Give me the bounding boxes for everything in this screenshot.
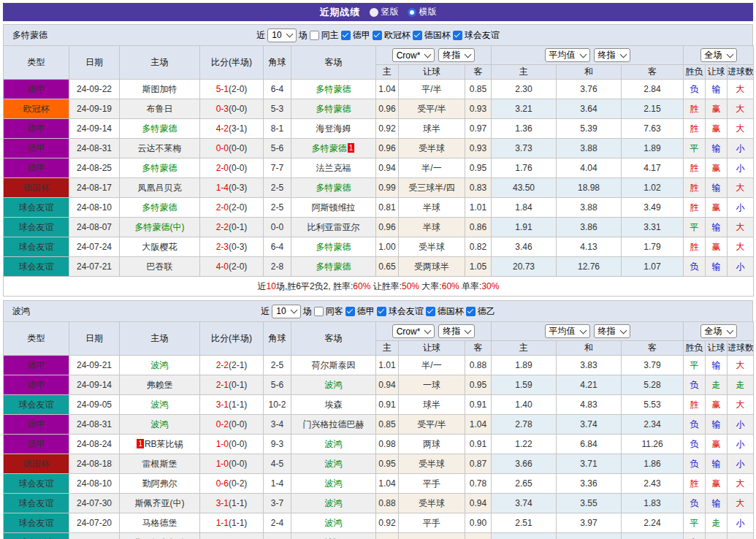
avg-away-odds: 1.86	[622, 454, 684, 474]
league-filter-label: 德乙	[478, 305, 495, 318]
average-final-select[interactable]: 终指	[594, 48, 630, 62]
league-filter-checkbox[interactable]	[341, 31, 351, 40]
match-date: 24-07-20	[69, 513, 120, 533]
same-venue-checkbox[interactable]	[310, 31, 319, 40]
result-handicap-outcome: 输	[706, 178, 728, 198]
red-card-badge: 1	[348, 143, 355, 153]
sub-header-5: 客	[622, 65, 684, 80]
match-date: 24-09-05	[69, 395, 120, 415]
fulltime-score: 5-1	[216, 84, 229, 94]
away-team-cell: 波鸿	[291, 533, 376, 539]
sub-header-4: 和	[557, 65, 622, 80]
avg-away-odds: 5.28	[622, 375, 684, 395]
radio-icon[interactable]	[370, 8, 378, 17]
col-header-0: 类型	[4, 46, 69, 80]
result-handicap-outcome: 输	[706, 80, 728, 99]
result-outcome: 胜	[684, 237, 706, 257]
handicap-line: 半球	[399, 198, 465, 218]
handicap-away-water: 0.93	[465, 139, 492, 158]
sub-header-3: 主	[492, 341, 557, 356]
result-outcome: 负	[684, 375, 706, 395]
home-team-cell: 雷根斯堡	[120, 454, 200, 474]
fulltime-score: 4-0	[216, 261, 229, 272]
sub-header-0: 主	[376, 65, 399, 80]
team-filter-bar: 多特蒙德近10场同主德甲欧冠杯德国杯球会友谊	[3, 24, 753, 45]
away-team-cell: 门兴格拉德巴赫	[291, 415, 376, 435]
league-filter-checkbox[interactable]	[466, 307, 476, 316]
avg-draw-odds: 3.36	[557, 474, 622, 494]
result-outcome: 胜	[684, 474, 706, 494]
match-row: 球会友谊24-07-20马格德堡1-1(1-1)2-4波鸿0.92平手0.902…	[4, 513, 754, 533]
league-filter-checkbox[interactable]	[345, 307, 355, 316]
match-score: 3-1(1-1)	[200, 494, 264, 513]
match-row: 欧冠杯24-09-19布鲁日0-3(0-0)5-3多特蒙德0.96受平/半0.9…	[4, 99, 754, 119]
avg-home-odds: 43.50	[492, 178, 557, 198]
handicap-away-water: 0.90	[465, 513, 492, 533]
avg-home-odds: 3.21	[492, 99, 557, 119]
result-handicap-outcome: 赢	[706, 237, 728, 257]
full-match-select-value: 全场	[705, 49, 722, 61]
radio-icon[interactable]	[408, 8, 416, 17]
avg-home-odds: 1.36	[492, 119, 557, 139]
bookmaker-select[interactable]: Crow*	[392, 324, 435, 338]
sub-header-4: 和	[557, 341, 622, 356]
col-group-0: Crow*终指	[376, 322, 492, 341]
avg-away-odds: 1.79	[622, 237, 684, 257]
team-name: 多特蒙德	[12, 29, 47, 42]
avg-draw-odds: 3.83	[557, 356, 622, 375]
handicap-home-water: 1.01	[376, 356, 399, 375]
handicap-line: 球半	[399, 395, 465, 415]
view-mode-option: 横版	[408, 6, 437, 18]
average-select[interactable]: 平均值	[545, 48, 590, 62]
team-name-text: 法兰克福	[316, 163, 351, 173]
match-date: 24-08-25	[69, 158, 120, 178]
handicap-final-select[interactable]: 终指	[438, 324, 475, 338]
full-match-select[interactable]: 全场	[700, 48, 737, 62]
fulltime-score: 0-2	[216, 419, 229, 429]
average-select-value: 平均值	[549, 49, 576, 61]
league-filter-checkbox[interactable]	[453, 31, 462, 40]
home-team-cell: 巴吞联	[120, 257, 200, 277]
match-score: 0-6(0-2)	[200, 474, 264, 494]
home-team-cell: 多特蒙德(中)	[120, 218, 200, 237]
halftime-score: (0-0)	[229, 104, 247, 114]
match-date: 24-09-14	[69, 119, 120, 139]
result-outcome: 负	[684, 415, 706, 435]
result-goals-outcome: 小	[728, 158, 754, 178]
handicap-away-water: 0.82	[465, 237, 492, 257]
chevron-down-icon	[286, 31, 293, 38]
handicap-away-water: 0.93	[465, 99, 492, 119]
same-venue-checkbox[interactable]	[314, 307, 324, 316]
handicap-away-water: 0.85	[465, 80, 492, 99]
col-header-4: 角球	[264, 46, 291, 80]
average-final-select[interactable]: 终指	[594, 324, 630, 338]
league-filter-label: 德国杯	[424, 29, 451, 42]
league-filter-label: 球会友谊	[389, 305, 424, 318]
average-select[interactable]: 平均值	[545, 324, 590, 338]
team-section-home: 多特蒙德近10场同主德甲欧冠杯德国杯球会友谊类型日期主场比分(半场)角球客场Cr…	[3, 24, 753, 297]
handicap-away-water: 1.01	[465, 198, 492, 218]
league-filter-checkbox[interactable]	[426, 307, 435, 316]
sub-header-6: 胜负	[684, 65, 706, 80]
sub-header-1: 让球	[399, 341, 465, 356]
home-team-cell: 波鸿	[120, 415, 200, 435]
match-count-select[interactable]: 10	[272, 305, 300, 318]
avg-home-odds: 3.66	[492, 454, 557, 474]
league-filter-checkbox[interactable]	[413, 31, 422, 40]
col-header-0: 类型	[4, 322, 69, 356]
avg-draw-odds: 3.97	[557, 513, 622, 533]
halftime-score: (2-0)	[229, 84, 247, 94]
league-filter-checkbox[interactable]	[373, 31, 382, 40]
bookmaker-select[interactable]: Crow*	[392, 48, 435, 62]
result-outcome: 胜	[684, 119, 706, 139]
page: 近期战绩 竖版横版 多特蒙德近10场同主德甲欧冠杯德国杯球会友谊类型日期主场比分…	[0, 0, 756, 539]
result-outcome: 胜	[684, 395, 706, 415]
sub-header-2: 客	[465, 341, 492, 356]
handicap-home-water: 1.00	[376, 237, 399, 257]
match-count-select[interactable]: 10	[267, 28, 296, 42]
full-match-select[interactable]: 全场	[700, 324, 737, 338]
result-goals-outcome: 大	[728, 80, 754, 99]
league-filter-checkbox[interactable]	[377, 307, 386, 316]
handicap-final-select[interactable]: 终指	[438, 48, 475, 62]
filter-matches-label: 场	[303, 305, 312, 318]
